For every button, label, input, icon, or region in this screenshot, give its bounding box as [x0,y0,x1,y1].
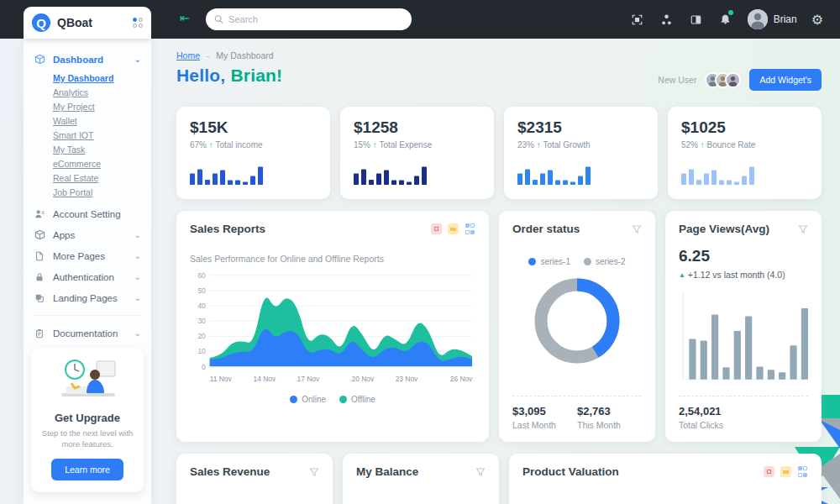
upgrade-illustration [50,358,125,403]
avatar[interactable] [725,72,741,88]
user-icon [34,208,45,220]
sidebar-item-account-setting[interactable]: Account Setting [34,203,141,224]
triangle-up-icon: ▲ [679,271,685,279]
stat-sparkline-chart [354,157,480,189]
sidebar-item-apps[interactable]: Apps ⌄ [34,224,141,245]
stat-card-total-growth[interactable]: $2315 23% ↑ Total Growth [504,107,658,199]
svg-text:30: 30 [197,317,206,325]
grid-dots-icon[interactable] [133,18,143,28]
order-status-card: Order status series-1 series-2 [499,211,655,442]
sidebar-item-real-estate[interactable]: Real Estate [53,171,141,186]
sidebar-collapse-icon[interactable]: ⇤ [180,11,190,24]
legend-offline[interactable]: Offline [339,395,375,404]
card-action-red-icon[interactable] [431,223,442,234]
fullscreen-icon[interactable] [630,12,645,27]
card-action-grid-icon[interactable] [465,223,475,234]
sidebar-item-analytics[interactable]: Analytics [53,86,141,100]
sidebar-item-job-portal[interactable]: Job Portal [53,186,141,200]
settings-gear-icon[interactable]: ⚙ [811,12,823,28]
order-status-donut-chart [512,271,642,370]
app-logo[interactable]: Q QBoat [24,7,151,39]
sidebar-item-my-task[interactable]: My Task [53,143,141,157]
stat-card-total-income[interactable]: $15K 67% ↑ Total income [176,107,330,199]
card-action-yellow-icon[interactable] [448,223,459,234]
sidebar-item-dashboard[interactable]: Dashboard ⌄ [34,49,141,70]
sales-reports-card: Sales Reports Sales Performance for Onli… [176,211,489,442]
chevron-down-icon: ⌄ [134,55,141,64]
search-input[interactable] [228,14,403,24]
legend-online[interactable]: Online [290,395,326,404]
card-title: Page Views(Avg) [679,223,769,235]
org-users-icon[interactable] [659,12,675,27]
breadcrumb-home-link[interactable]: Home [176,50,200,60]
user-avatar[interactable] [748,9,768,29]
svg-text:20 Nov: 20 Nov [352,375,375,383]
sidebar-submenu: My Dashboard Analytics My Project Wallet… [34,70,141,203]
stats-row: $15K 67% ↑ Total income $1258 15% ↑ Tota… [176,107,822,199]
bottom-cards-row: Sales Revenue My Balance Product Valuati… [176,454,822,504]
card-title: Sales Revenue [190,465,270,478]
stat-card-bounce-rate[interactable]: $1025 52% ↑ Bounce Rate [668,107,822,199]
svg-text:14 Nov: 14 Nov [253,375,276,383]
card-action-yellow-icon[interactable] [780,466,791,477]
charts-row: Sales Reports Sales Performance for Onli… [176,211,822,442]
this-month-label: This Month [577,420,642,430]
this-month-value: $2,763 [577,405,642,417]
arrow-up-icon: ↑ [373,140,377,150]
card-action-red-icon[interactable] [764,466,774,477]
sidebar-item-wallet[interactable]: Wallet [53,114,141,129]
sidebar-item-more-pages[interactable]: More Pages ⌄ [34,245,141,266]
sidebar-divider [34,315,141,316]
learn-more-button[interactable]: Learn more [51,459,123,480]
legend-dot [290,396,297,403]
sales-area-chart: 010203040506011 Nov14 Nov17 Nov20 Nov23 … [190,269,475,393]
stat-card-total-expense[interactable]: $1258 15% ↑ Total Expense [340,107,494,199]
panel-toggle-icon[interactable] [689,12,704,27]
upgrade-card: Get Upgrade Step to the next level with … [31,348,144,492]
breadcrumb-current: My Dashboard [216,50,273,60]
chart-subtitle: Sales Performance for Online and Offline… [190,254,475,264]
sidebar-item-smart-iot[interactable]: Smart IOT [53,129,141,143]
sidebar-item-my-project[interactable]: My Project [53,100,141,114]
svg-text:26 Nov: 26 Nov [450,375,473,383]
upgrade-title: Get Upgrade [39,412,135,424]
stat-value: $2315 [517,118,644,137]
filter-icon[interactable] [798,224,808,234]
add-widget-button[interactable]: Add Widget's [749,69,822,91]
sidebar-item-documentation[interactable]: Documentation ⌄ [34,323,141,344]
legend-dot [339,396,347,403]
card-action-grid-icon[interactable] [797,466,808,477]
sidebar-item-my-dashboard[interactable]: My Dashboard [53,71,141,86]
donut-legend: series-1 series-2 [512,257,642,266]
stat-label: 23% ↑ Total Growth [517,140,644,150]
filter-icon[interactable] [475,467,486,477]
svg-text:0: 0 [202,363,206,371]
last-month-label: Last Month [512,420,577,430]
search-box [206,8,412,30]
stat-label: 15% ↑ Total Expense [354,140,480,150]
legend-series-1[interactable]: series-1 [528,257,570,266]
legend-series-2[interactable]: series-2 [584,257,626,266]
page-views-card: Page Views(Avg) 6.25 ▲ +1.12 vs last mon… [665,211,822,442]
filter-icon[interactable] [309,467,319,477]
card-title: Sales Reports [190,223,265,235]
sidebar-item-ecommerce[interactable]: eCommerce [53,157,141,171]
svg-text:20: 20 [197,332,206,340]
layers-icon [34,292,45,304]
sidebar: Dashboard ⌄ My Dashboard Analytics My Pr… [24,39,151,504]
card-title: My Balance [356,465,418,478]
sidebar-item-authentication[interactable]: Authentication ⌄ [34,266,141,287]
total-clicks-value: 2,54,021 [679,405,808,417]
lock-icon [34,271,45,283]
sidebar-item-landing-pages[interactable]: Landing Pages ⌄ [34,287,141,308]
filter-icon[interactable] [632,224,642,234]
card-title: Order status [512,223,580,235]
sales-revenue-card: Sales Revenue [176,454,333,504]
main-content: Home - My Dashboard Hello, Brian! New Us… [176,39,822,504]
logo-text: QBoat [57,16,133,29]
cube-icon [34,229,45,241]
stat-sparkline-chart [190,157,317,189]
user-name[interactable]: Brian [774,13,797,25]
chevron-down-icon: ⌄ [134,273,141,281]
notifications-bell-icon[interactable] [718,12,733,27]
